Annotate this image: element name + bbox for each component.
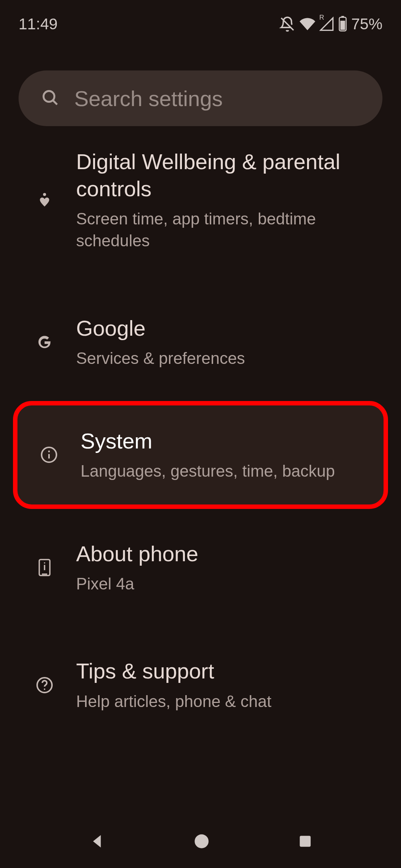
search-placeholder: Search settings	[74, 86, 360, 111]
battery-percent: 75%	[351, 15, 382, 33]
settings-item-about-phone[interactable]: About phone Pixel 4a	[0, 509, 401, 627]
item-subtitle: Services & preferences	[76, 347, 382, 369]
svg-line-5	[53, 100, 57, 104]
svg-rect-3	[340, 21, 345, 30]
signal-icon: R	[319, 17, 334, 32]
phone-info-icon	[33, 556, 56, 579]
item-title: Tips & support	[76, 658, 382, 685]
wifi-icon	[299, 16, 316, 32]
nav-recents-button[interactable]	[297, 833, 313, 851]
item-subtitle: Screen time, app timers, bedtime schedul…	[76, 208, 382, 252]
search-settings[interactable]: Search settings	[19, 70, 382, 126]
help-icon	[33, 674, 56, 696]
info-icon	[38, 444, 60, 466]
dnd-icon	[279, 16, 296, 32]
svg-point-6	[43, 193, 46, 196]
svg-point-15	[44, 688, 45, 690]
svg-point-9	[48, 451, 50, 453]
status-time: 11:49	[19, 15, 58, 33]
svg-rect-2	[341, 16, 344, 17]
settings-item-system[interactable]: System Languages, gestures, time, backup	[13, 401, 388, 509]
svg-point-4	[43, 91, 54, 102]
search-icon	[41, 88, 59, 108]
navigation-bar	[0, 816, 401, 868]
item-subtitle: Languages, gestures, time, backup	[81, 460, 365, 482]
item-subtitle: Pixel 4a	[76, 573, 382, 595]
status-bar: 11:49 R 75%	[0, 0, 401, 48]
item-title: System	[81, 428, 365, 455]
settings-list: Digital Wellbeing & parental controls Sc…	[0, 137, 401, 744]
item-title: Digital Wellbeing & parental controls	[76, 148, 382, 202]
battery-icon	[338, 16, 348, 32]
settings-item-google[interactable]: Google Services & preferences	[0, 283, 401, 401]
google-icon	[33, 331, 56, 353]
item-title: Google	[76, 315, 382, 342]
settings-item-tips-support[interactable]: Tips & support Help articles, phone & ch…	[0, 626, 401, 744]
settings-item-digital-wellbeing[interactable]: Digital Wellbeing & parental controls Sc…	[0, 137, 401, 283]
svg-point-16	[195, 834, 209, 848]
nav-home-button[interactable]	[192, 832, 211, 852]
heart-person-icon	[33, 189, 56, 211]
roaming-indicator: R	[319, 14, 324, 22]
svg-point-12	[44, 562, 45, 564]
svg-rect-17	[300, 836, 310, 846]
item-subtitle: Help articles, phone & chat	[76, 690, 382, 712]
item-title: About phone	[76, 540, 382, 568]
nav-back-button[interactable]	[88, 832, 106, 852]
status-indicators: R 75%	[279, 15, 382, 33]
